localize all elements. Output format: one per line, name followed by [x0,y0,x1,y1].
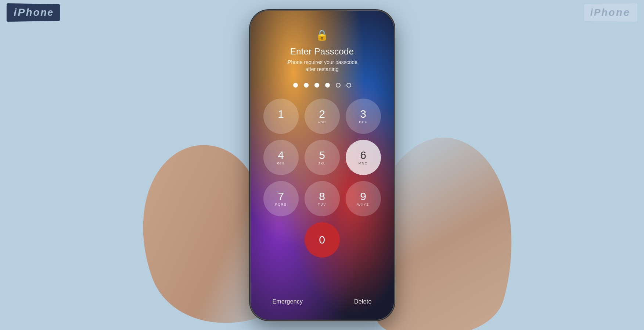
key-2[interactable]: 2 ABC [305,99,340,134]
keypad: 1 2 ABC 3 DEF 4 GHI 5 JKL [263,99,381,258]
key-0[interactable]: 0 [305,222,340,258]
phone-wrapper: 🔒 Enter Passcode iPhone requires your pa… [245,7,399,323]
passcode-subtitle: iPhone requires your passcode after rest… [287,59,357,73]
dot-4 [325,83,330,88]
key-4[interactable]: 4 GHI [263,140,299,175]
dot-2 [304,83,309,88]
emergency-button[interactable]: Emergency [265,295,310,309]
key-7[interactable]: 7 PQRS [263,181,299,216]
dot-5 [336,83,341,88]
key-6[interactable]: 6 MNO [346,140,381,175]
key-empty-right [346,222,381,258]
phone-frame: 🔒 Enter Passcode iPhone requires your pa… [251,11,394,320]
key-8[interactable]: 8 TUV [305,181,340,216]
screen-content: 🔒 Enter Passcode iPhone requires your pa… [251,11,394,320]
dot-3 [314,83,319,88]
dot-6 [346,83,351,88]
key-1[interactable]: 1 [263,99,299,134]
iphone-label-left: iPhone [7,3,60,22]
delete-button[interactable]: Delete [347,295,379,309]
passcode-title: Enter Passcode [290,46,354,57]
dots-row [293,83,351,88]
iphone-label-right: iPhone [584,3,637,22]
bottom-row: Emergency Delete [262,295,383,320]
key-5[interactable]: 5 JKL [305,140,340,175]
lock-icon: 🔒 [316,29,328,41]
dot-1 [293,83,298,88]
key-3[interactable]: 3 DEF [346,99,381,134]
key-empty-left [263,222,299,258]
key-9[interactable]: 9 WXYZ [346,181,381,216]
